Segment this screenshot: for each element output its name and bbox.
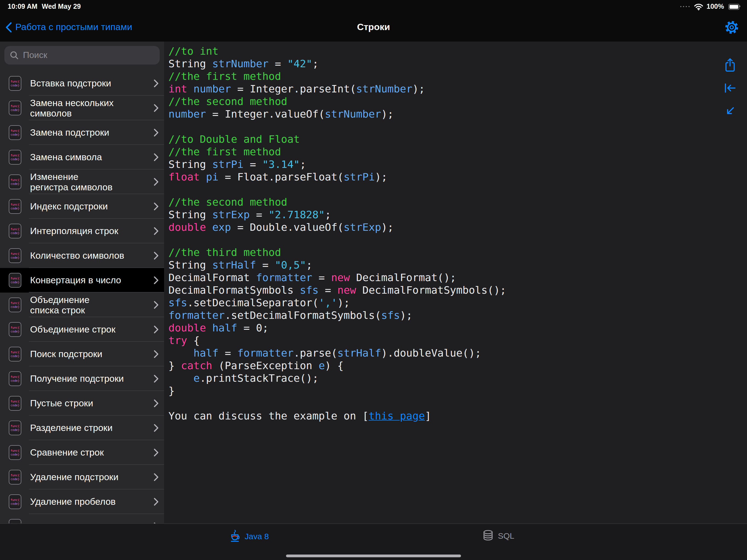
code-line: //the second method — [169, 196, 709, 208]
sidebar-item[interactable]: func{code}Поиск подстроки — [0, 342, 164, 366]
sidebar-item[interactable]: func{code}Изменение регистра символов — [0, 170, 164, 194]
sidebar-item-label: Получение подстроки — [30, 374, 154, 384]
code-line: //the first method — [169, 70, 709, 82]
topics-list: func{code}Вставка подстрокиfunc{code}Зам… — [0, 71, 164, 524]
cellular-signal-icon — [680, 6, 690, 7]
sidebar-item[interactable]: func{code}Замена нескольких символов — [0, 96, 164, 120]
sidebar-item[interactable]: func{code}Интерполяция строк — [0, 219, 164, 244]
code-line: String strPi = "3.14"; — [169, 158, 709, 171]
chevron-right-icon — [154, 104, 159, 112]
app-window: 10:09 AM Wed May 29 100% — [0, 0, 747, 560]
code-line: sfs.setDecimalSeparator(','); — [169, 297, 709, 309]
tab-sql[interactable]: SQL — [482, 529, 514, 541]
function-code-icon: func{code} — [9, 224, 21, 238]
back-button[interactable]: Работа с простыми типами — [5, 13, 132, 42]
code-line: You can discuss the example on [this pag… — [169, 410, 709, 422]
sidebar-item-label: Объединение строк — [30, 324, 154, 335]
code-line: } — [169, 384, 709, 397]
status-time: 10:09 AM — [8, 3, 37, 10]
tab-sql-label: SQL — [498, 531, 514, 540]
share-button[interactable] — [723, 58, 737, 72]
code-line: double half = 0; — [169, 322, 709, 334]
function-code-icon: func{code} — [9, 421, 21, 435]
function-code-icon: func{code} — [9, 470, 21, 485]
search-field[interactable] — [4, 46, 160, 65]
status-bar: 10:09 AM Wed May 29 100% — [0, 0, 747, 13]
java-icon — [229, 529, 241, 542]
function-code-icon: func{code} — [9, 175, 21, 189]
sidebar-item-label: Сравнение строк — [30, 447, 154, 458]
sidebar-item[interactable]: func{code}Получение подстроки — [0, 366, 164, 391]
chevron-right-icon — [154, 325, 159, 334]
sidebar-item-label: Пустые строки — [30, 398, 154, 408]
sidebar-item-label: Замена подстроки — [30, 127, 154, 138]
chevron-right-icon — [154, 178, 159, 186]
code-line: formatter.setDecimalFormatSymbols(sfs); — [169, 309, 709, 322]
sidebar-item[interactable]: func{code}Индекс подстроки — [0, 194, 164, 219]
settings-button[interactable] — [725, 13, 738, 42]
diagonal-arrow-icon — [723, 104, 737, 118]
chevron-right-icon — [154, 424, 159, 432]
code-area: //to intString strNumber = "42";//the fi… — [164, 42, 747, 524]
sidebar-item-label: Поиск подстроки — [30, 349, 154, 359]
code-line: //to int — [169, 45, 709, 57]
code-line: } catch (ParseException e) { — [169, 359, 709, 372]
code-line: //to Double and Float — [169, 133, 709, 146]
sidebar-item[interactable]: func{code}Удаление подстроки — [0, 465, 164, 489]
code-line: String strNumber = "42"; — [169, 57, 709, 70]
function-code-icon: func{code} — [9, 273, 21, 288]
sidebar-item[interactable]: func{code}Сравнение строк — [0, 440, 164, 465]
search-input[interactable] — [22, 50, 154, 61]
discussion-page-link[interactable]: this page — [368, 410, 425, 422]
database-icon — [482, 529, 494, 541]
back-button-label: Работа с простыми типами — [15, 22, 132, 33]
status-date: Wed May 29 — [42, 3, 81, 10]
code-block: //to intString strNumber = "42";//the fi… — [169, 45, 709, 422]
code-line: try { — [169, 334, 709, 347]
chevron-right-icon — [154, 375, 159, 383]
collapse-sidebar-button[interactable] — [723, 81, 737, 95]
sidebar-item[interactable]: func{code}Удаление пробелов — [0, 489, 164, 514]
chevron-right-icon — [154, 153, 159, 161]
wifi-icon — [694, 3, 703, 10]
function-code-icon: func{code} — [9, 371, 21, 386]
function-code-icon: func{code} — [9, 298, 21, 312]
code-line: double exp = Double.valueOf(strExp); — [169, 221, 709, 233]
code-line: //the second method — [169, 95, 709, 108]
sidebar-item[interactable]: func{code} — [0, 514, 164, 524]
code-line: String strHalf = "0,5"; — [169, 259, 709, 271]
function-code-icon: func{code} — [9, 347, 21, 361]
share-icon — [723, 57, 737, 73]
sidebar-item[interactable]: func{code}Объединение списка строк — [0, 292, 164, 317]
arrow-to-left-bar-icon — [723, 82, 737, 94]
chevron-right-icon — [154, 276, 159, 284]
sidebar-item[interactable]: func{code}Разделение строки — [0, 416, 164, 440]
tab-java8[interactable]: Java 8 — [229, 529, 269, 542]
sidebar-item[interactable]: func{code}Объединение строк — [0, 317, 164, 342]
function-code-icon: func{code} — [9, 322, 21, 337]
sidebar-item[interactable]: func{code}Замена символа — [0, 145, 164, 170]
code-line: //the first method — [169, 146, 709, 158]
sidebar-item-label: Удаление пробелов — [30, 497, 154, 507]
sidebar-item[interactable]: func{code}Количество символов — [0, 244, 164, 268]
sidebar-item[interactable]: func{code}Замена подстроки — [0, 120, 164, 145]
chevron-right-icon — [154, 473, 159, 481]
sidebar-item-label: Замена нескольких символов — [30, 98, 154, 119]
function-code-icon: func{code} — [9, 494, 21, 509]
function-code-icon: func{code} — [9, 396, 21, 411]
function-code-icon: func{code} — [9, 248, 21, 263]
sidebar-item[interactable]: func{code}Пустые строки — [0, 391, 164, 416]
code-line: String strExp = "2.71828"; — [169, 208, 709, 221]
sidebar-item-label: Изменение регистра символов — [30, 172, 154, 192]
fullscreen-toggle-button[interactable] — [723, 104, 737, 118]
sidebar-item[interactable]: func{code}Вставка подстроки — [0, 71, 164, 96]
home-indicator[interactable] — [286, 555, 461, 557]
code-line: half = formatter.parse(strHalf).doubleVa… — [169, 347, 709, 359]
chevron-right-icon — [154, 227, 159, 235]
function-code-icon: func{code} — [9, 125, 21, 140]
code-line: //the third method — [169, 246, 709, 259]
tab-java8-label: Java 8 — [245, 531, 269, 541]
sidebar-item-label: Замена символа — [30, 152, 154, 162]
sidebar-item[interactable]: func{code}Конвертация в число — [0, 268, 164, 292]
sidebar: func{code}Вставка подстрокиfunc{code}Зам… — [0, 42, 164, 524]
